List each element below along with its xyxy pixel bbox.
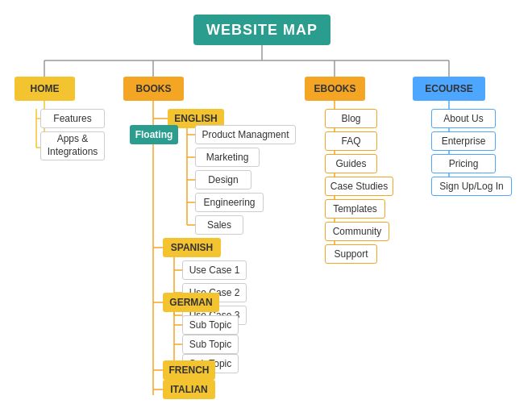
design-label: Design [208,174,238,185]
guides-label: Guides [335,158,366,169]
ebooks-blog[interactable]: Blog [325,109,377,128]
french-label: FRENCH [169,364,210,376]
italian-label: ITALIAN [170,384,207,395]
product-label: Product Managment [202,129,289,140]
books-french[interactable]: FRENCH [163,360,215,380]
books-marketing[interactable]: Marketing [195,148,260,167]
ebooks-faq[interactable]: FAQ [325,131,377,151]
books-german[interactable]: GERMAN [163,293,219,312]
community-label: Community [333,226,382,237]
sales-label: Sales [207,219,231,231]
ebooks-label: EBOOKS [314,83,355,94]
ecourse-about[interactable]: About Us [431,109,496,128]
connector-lines [0,0,532,404]
blog-label: Blog [341,113,360,124]
books-usecase1[interactable]: Use Case 1 [182,260,247,280]
features-label: Features [53,113,91,124]
pricing-label: Pricing [449,158,479,169]
category-books[interactable]: BOOKS [123,77,184,101]
subtopic1-label: Sub Topic [189,319,231,331]
spanish-label: SPANISH [171,242,213,253]
usecase1-label: Use Case 1 [189,264,240,276]
books-spanish[interactable]: SPANISH [163,238,221,257]
floating-label: Floating [135,129,173,140]
category-ebooks[interactable]: EBOOKS [305,77,365,101]
books-product-management[interactable]: Product Managment [195,125,296,144]
about-label: About Us [443,113,483,124]
templates-label: Templates [333,203,377,214]
home-label: HOME [31,83,60,94]
ebooks-community[interactable]: Community [325,222,389,241]
engineering-label: Engineering [203,197,255,208]
marketing-label: Marketing [206,152,249,163]
ecourse-pricing[interactable]: Pricing [431,154,496,173]
ecourse-label: ECOURSE [425,83,472,94]
root-label: WEBSITE MAP [206,22,318,39]
apps-label: Apps &Integrations [48,133,98,158]
home-item-apps[interactable]: Apps &Integrations [40,131,105,160]
website-map-diagram: WEBSITE MAP HOME Features Apps &Integrat… [0,0,532,404]
subtopic2-label: Sub Topic [189,339,231,350]
english-label: ENGLISH [174,113,217,124]
enterprise-label: Enterprise [442,135,486,147]
home-item-features[interactable]: Features [40,109,105,128]
signup-label: Sign Up/Log In [439,181,503,192]
case-studies-label: Case Studies [330,181,388,192]
german-label: GERMAN [169,297,212,308]
books-italian[interactable]: ITALIAN [163,380,215,399]
ecourse-enterprise[interactable]: Enterprise [431,131,496,151]
books-engineering[interactable]: Engineering [195,193,264,212]
books-sales[interactable]: Sales [195,215,243,235]
category-ecourse[interactable]: ECOURSE [413,77,485,101]
ebooks-templates[interactable]: Templates [325,199,385,219]
books-subtopic2[interactable]: Sub Topic [182,335,239,354]
books-design[interactable]: Design [195,170,251,190]
support-label: Support [334,248,368,260]
books-label: BOOKS [135,83,171,94]
ebooks-guides[interactable]: Guides [325,154,377,173]
faq-label: FAQ [341,135,360,147]
ebooks-case-studies[interactable]: Case Studies [325,177,393,196]
root-node: WEBSITE MAP [193,15,330,45]
ecourse-signup[interactable]: Sign Up/Log In [431,177,512,196]
ebooks-support[interactable]: Support [325,244,377,264]
books-subtopic1[interactable]: Sub Topic [182,315,239,335]
books-floating[interactable]: Floating [130,125,178,144]
category-home[interactable]: HOME [15,77,75,101]
